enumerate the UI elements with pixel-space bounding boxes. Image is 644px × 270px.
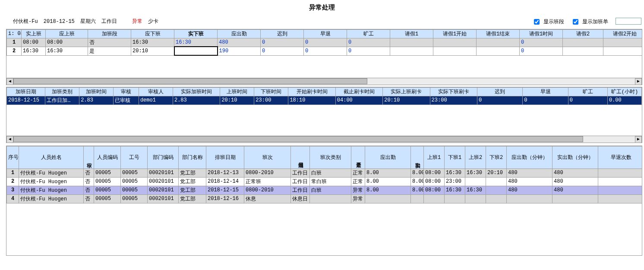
shift-row[interactable]: 108:0008:00否16:3016:304800000	[7, 38, 643, 47]
ot-header[interactable]: 审核	[114, 87, 139, 96]
att-cell[interactable]: 党工部	[179, 177, 206, 186]
shift-header[interactable]: 请假1开始	[433, 29, 477, 38]
ot-header[interactable]: 早退	[523, 87, 568, 96]
att-cell[interactable]: 00005	[94, 194, 121, 203]
shift-header[interactable]: 应上班	[46, 29, 88, 38]
shift-cell[interactable]	[390, 38, 433, 47]
att-cell[interactable]	[598, 186, 643, 194]
att-cell[interactable]: 2018-12-15	[206, 186, 244, 194]
att-header[interactable]: 应出勤	[365, 146, 411, 168]
shift-header[interactable]: 旷工	[347, 29, 390, 38]
att-header[interactable]: 上班1	[424, 146, 445, 168]
att-cell[interactable]	[424, 194, 445, 203]
att-cell[interactable]: 00020101	[148, 168, 179, 177]
shift-header[interactable]: 请假1时间	[520, 29, 563, 38]
att-cell[interactable]: 16:30	[465, 186, 486, 194]
scroll-right-icon[interactable]: ►	[635, 78, 642, 85]
att-cell[interactable]: 00005	[94, 177, 121, 186]
att-header[interactable]: 人员编码	[94, 146, 121, 168]
att-header[interactable]: 部门名称	[179, 146, 206, 168]
att-cell[interactable]	[445, 194, 465, 203]
att-cell[interactable]	[486, 177, 507, 186]
att-cell[interactable]: 0800-2010	[244, 168, 291, 177]
att-cell[interactable]: 8.00	[411, 177, 424, 186]
att-cell[interactable]: 白班	[310, 168, 351, 177]
att-cell[interactable]: 480	[552, 168, 598, 177]
att-cell[interactable]: 00020101	[148, 194, 179, 203]
att-cell[interactable]	[465, 177, 486, 186]
ot-header[interactable]: 加班类别	[45, 87, 79, 96]
ot-header[interactable]: 旷工	[568, 87, 607, 96]
att-row[interactable]: 1付伙根-Fu Huogen否000050000500020101党工部2018…	[7, 168, 643, 177]
att-cell[interactable]: 否	[84, 194, 94, 203]
att-cell[interactable]: 8.00	[365, 177, 411, 186]
att-cell[interactable]: 00005	[94, 186, 121, 194]
att-cell[interactable]: 工作日	[291, 186, 310, 194]
shift-cell[interactable]: 190	[218, 47, 261, 55]
att-cell[interactable]: 480	[507, 186, 552, 194]
att-header[interactable]: 早退次数	[598, 146, 643, 168]
shift-cell[interactable]: 16:30	[22, 47, 46, 55]
att-row[interactable]: 4付伙根-Fu Huogen否000050000500020101党工部2018…	[7, 194, 643, 203]
ot-header[interactable]: 上班时间	[220, 87, 254, 96]
att-header[interactable]: 日期属性	[291, 146, 310, 168]
ot-header[interactable]: 实际加班时间	[173, 87, 220, 96]
att-row[interactable]: 3付伙根-Fu Huogen否000050000500020101党工部2018…	[7, 186, 643, 194]
shift-cell[interactable]: 20:10	[131, 47, 174, 55]
att-cell[interactable]	[598, 177, 643, 186]
att-header[interactable]: 是否正常	[351, 146, 365, 168]
shift-scrollbar[interactable]: ◄ ►	[6, 78, 642, 85]
att-cell[interactable]: 异常	[351, 194, 365, 203]
att-header[interactable]: 工号	[121, 146, 148, 168]
scroll-thumb[interactable]	[13, 78, 367, 84]
att-cell[interactable]: 2018-12-16	[206, 194, 244, 203]
shift-cell[interactable]: 0	[520, 38, 563, 47]
att-cell[interactable]: 23:00	[445, 177, 465, 186]
att-header[interactable]: 班次类别	[310, 146, 351, 168]
shift-header[interactable]: 迟到	[261, 29, 304, 38]
att-cell[interactable]: 0800-2010	[244, 186, 291, 194]
ot-cell[interactable]: 已审核	[114, 96, 139, 105]
shift-cell[interactable]: 16:30	[131, 38, 174, 47]
shift-cell[interactable]: 16:30	[174, 38, 218, 47]
shift-cell[interactable]	[433, 38, 477, 47]
filter-input[interactable]	[616, 18, 641, 25]
shift-cell[interactable]: 16:30	[46, 47, 88, 55]
scroll-right-icon[interactable]: ►	[635, 136, 642, 143]
ot-header[interactable]: 旷工(小时)	[607, 87, 641, 96]
ot-header[interactable]: 开始刷卡时间	[288, 87, 335, 96]
ot-cell[interactable]: 0.00	[607, 96, 641, 105]
att-cell[interactable]: 否	[84, 168, 94, 177]
shift-cell[interactable]	[563, 47, 603, 55]
shift-header[interactable]: 实下班	[174, 29, 218, 38]
scroll-left-icon[interactable]: ◄	[6, 136, 13, 143]
att-header[interactable]: 上班2	[465, 146, 486, 168]
att-cell[interactable]: 00005	[94, 168, 121, 177]
ot-cell[interactable]: 20:10	[383, 96, 430, 105]
att-cell[interactable]: 480	[507, 177, 552, 186]
att-cell[interactable]: 00005	[121, 186, 148, 194]
att-header[interactable]: 排班日期	[206, 146, 244, 168]
att-cell[interactable]: 党工部	[179, 194, 206, 203]
att-cell[interactable]	[310, 194, 351, 203]
shift-header[interactable]: 应出勤	[218, 29, 261, 38]
att-cell[interactable]	[365, 194, 411, 203]
ot-cell[interactable]: 工作日加…	[45, 96, 79, 105]
show-shift-checkbox[interactable]	[534, 19, 540, 25]
att-cell[interactable]: 08:00	[424, 186, 445, 194]
att-cell[interactable]: 480	[507, 168, 552, 177]
att-cell[interactable]: 否	[84, 186, 94, 194]
ot-cell[interactable]: 04:00	[335, 96, 382, 105]
att-cell[interactable]: 00005	[121, 177, 148, 186]
shift-cell[interactable]: 是	[88, 47, 131, 55]
scroll-left-icon[interactable]: ◄	[6, 78, 13, 85]
att-cell[interactable]	[411, 194, 424, 203]
ot-header[interactable]: 迟到	[477, 87, 523, 96]
att-cell[interactable]: 休息	[244, 194, 291, 203]
shift-cell[interactable]: 0	[520, 47, 563, 55]
shift-cell[interactable]	[603, 38, 643, 47]
shift-header[interactable]: 请假2	[563, 29, 603, 38]
ot-header[interactable]: 加班时间	[79, 87, 114, 96]
att-header[interactable]: 部门编码	[148, 146, 179, 168]
ot-header[interactable]: 下班时间	[254, 87, 288, 96]
